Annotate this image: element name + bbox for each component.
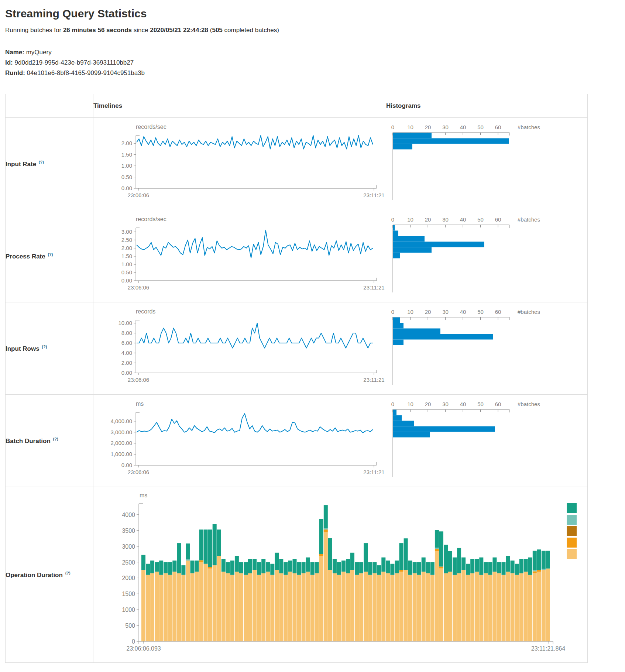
x-tick-label: 30	[442, 124, 449, 130]
histogram-bar	[393, 323, 404, 329]
stacked-bar-segment	[377, 565, 381, 575]
stacked-bar-segment	[204, 564, 208, 641]
stacked-bar-segment	[155, 562, 159, 572]
batches-axis-label: #batches	[518, 216, 540, 223]
stacked-bar-segment	[346, 559, 350, 573]
stacked-bar-segment	[190, 573, 195, 641]
y-tick-label: 3.00	[121, 229, 132, 235]
y-tick-label: 0.00	[121, 462, 132, 468]
stacked-bar-segment	[502, 575, 506, 641]
histogram-cell: 0102030405060#batches	[386, 118, 588, 210]
x-tick-label: 23:06:06.093	[126, 645, 161, 652]
stacked-bar-segment	[524, 559, 528, 572]
metric-label: Input Rate	[6, 160, 36, 167]
operation-duration-chart: ms4000350030002500200015001000500023:06:…	[93, 487, 588, 662]
stacked-bar-segment	[302, 562, 306, 573]
id-label: Id:	[5, 59, 13, 66]
stacked-bar-segment	[408, 560, 412, 575]
completed-batches-count: 505	[212, 27, 222, 34]
stacked-bar-segment	[479, 558, 483, 575]
stacked-bar-segment	[350, 553, 354, 570]
metric-label-cell: Batch Duration (?)	[6, 395, 93, 487]
histogram-cell: 0102030405060#batches	[386, 210, 588, 302]
help-tooltip-marker[interactable]: (?)	[42, 344, 47, 349]
x-tick-label: 0	[391, 124, 394, 130]
help-tooltip-marker[interactable]: (?)	[39, 160, 44, 164]
stacked-bar-segment	[350, 570, 354, 641]
table-row: Batch Duration (?)ms4,000.003,000.002,00…	[6, 395, 588, 487]
running-start-time: 2020/05/21 22:44:28	[150, 27, 208, 34]
stacked-bar-segment	[364, 572, 368, 641]
metric-label-cell: Operation Duration (?)	[6, 487, 93, 663]
histogram-bar	[393, 426, 495, 432]
batches-axis-label: #batches	[518, 124, 540, 130]
stacked-bar-segment	[297, 575, 301, 641]
timeline-cell: ms4,000.003,000.002,000.001,000.000.0023…	[93, 395, 386, 487]
x-tick-label: 20	[425, 124, 431, 130]
stacked-bar-segment	[515, 564, 519, 575]
x-tick-label: 10	[407, 216, 413, 223]
stacked-bar-segment	[546, 551, 550, 569]
stacked-bar-segment	[453, 558, 457, 575]
stacked-bar-segment	[302, 573, 306, 641]
x-tick-label: 60	[495, 216, 501, 223]
stacked-bar-segment	[439, 567, 443, 569]
stacked-bar-segment	[168, 562, 172, 575]
stacked-bar-segment	[337, 562, 341, 575]
timeline-axis	[136, 228, 377, 281]
running-prefix: Running batches for	[5, 27, 63, 34]
histogram-bar	[393, 329, 440, 334]
stacked-bar-segment	[368, 562, 372, 575]
metric-label-cell: Input Rate (?)	[6, 118, 93, 210]
stacked-bar-segment	[461, 558, 466, 570]
y-tick-label: 6.00	[121, 340, 132, 346]
y-tick-label: 3500	[122, 528, 135, 534]
stacked-bar-segment	[222, 572, 226, 641]
stacked-bar-segment	[230, 575, 234, 641]
stacked-bar-segment	[426, 562, 430, 573]
stacked-bar-segment	[181, 565, 185, 575]
stacked-bar-segment	[346, 573, 350, 641]
metric-label: Process Rate	[6, 253, 45, 260]
stacked-bar-segment	[492, 558, 497, 572]
completed-batches-suffix: completed batches)	[223, 27, 279, 34]
stacked-bar-segment	[186, 544, 190, 559]
x-tick-label: 23:11:21	[363, 284, 384, 291]
stacked-bar-segment	[177, 573, 181, 641]
stacked-bar-segment	[226, 562, 230, 573]
stacked-bar-segment	[319, 554, 323, 556]
y-tick-label: 4.00	[121, 350, 132, 356]
help-tooltip-marker[interactable]: (?)	[53, 437, 58, 441]
y-tick-label: 1000	[122, 607, 135, 613]
stacked-bar-segment	[470, 559, 474, 573]
y-tick-label: 2.00	[121, 140, 132, 146]
y-tick-label: 2.50	[121, 237, 132, 243]
stacked-bar-segment	[413, 573, 417, 641]
stacked-bar-segment	[457, 573, 461, 641]
stacked-bar-segment	[199, 560, 203, 562]
stacked-bar-segment	[275, 570, 279, 641]
timeline-line	[137, 414, 373, 433]
legend-swatch	[567, 503, 577, 513]
timeline-chart: records/sec3.002.502.001.501.000.500.002…	[93, 210, 386, 302]
y-tick-label: 2000	[122, 575, 135, 581]
stacked-bar-segment	[315, 562, 319, 573]
stacked-bar-segment	[284, 575, 288, 641]
x-tick-label: 10	[407, 401, 413, 407]
stacked-bar-segment	[150, 573, 154, 641]
stacked-bar-segment	[497, 573, 501, 641]
help-tooltip-marker[interactable]: (?)	[48, 252, 53, 257]
x-tick-label: 23:11:21	[363, 469, 384, 475]
table-row: Input Rate (?)records/sec2.001.501.000.5…	[6, 118, 588, 210]
stacked-bar-segment	[208, 529, 212, 567]
stacked-bar-segment	[172, 560, 176, 572]
metric-label: Batch Duration	[6, 437, 51, 444]
stacked-bar-segment	[239, 562, 243, 573]
unit-label: ms	[140, 492, 147, 498]
stacked-bar-segment	[186, 559, 190, 560]
help-tooltip-marker[interactable]: (?)	[65, 571, 71, 575]
stacked-bar-segment	[155, 572, 159, 641]
x-tick-label: 23:11:21	[363, 192, 384, 198]
stacked-bar-segment	[328, 538, 332, 570]
stacked-bar-segment	[475, 572, 479, 641]
